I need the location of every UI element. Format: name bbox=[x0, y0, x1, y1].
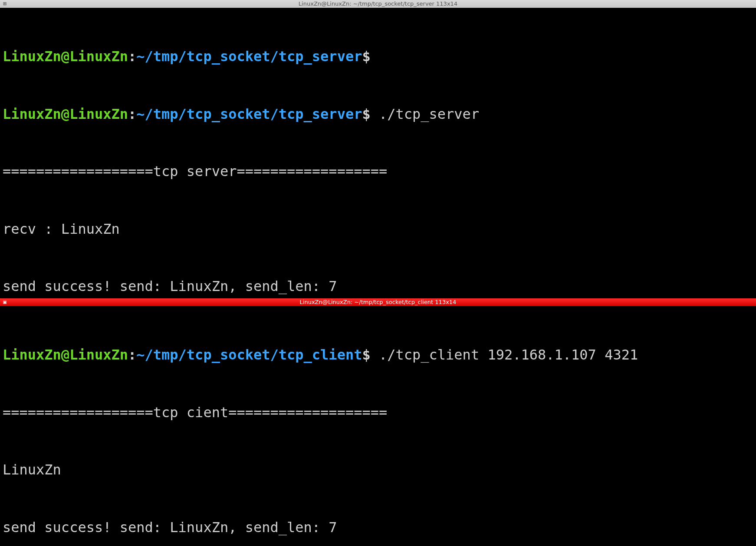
prompt-line-run-client: LinuxZn@LinuxZn:~/tmp/tcp_socket/tcp_cli… bbox=[3, 345, 753, 364]
titlebar-server[interactable]: ⊞ LinuxZn@LinuxZn: ~/tmp/tcp_socket/tcp_… bbox=[0, 0, 756, 8]
prompt-dollar: $ bbox=[362, 48, 370, 65]
window-menu-icon[interactable]: ⊞ bbox=[0, 0, 10, 8]
prompt-dollar: $ bbox=[362, 347, 370, 363]
prompt-colon: : bbox=[128, 106, 136, 122]
prompt-line-empty: LinuxZn@LinuxZn:~/tmp/tcp_socket/tcp_ser… bbox=[3, 47, 753, 66]
prompt-user: LinuxZn@LinuxZn bbox=[3, 347, 128, 363]
prompt-path: ~/tmp/tcp_socket/tcp_server bbox=[136, 48, 362, 65]
output-line: ==================tcp server============… bbox=[3, 162, 753, 181]
command-run-client: ./tcp_client 192.168.1.107 4321 bbox=[371, 347, 638, 363]
output-line: LinuxZn bbox=[3, 460, 753, 479]
output-line: send success! send: LinuxZn, send_len: 7 bbox=[3, 277, 753, 296]
titlebar-client[interactable]: ▣ LinuxZn@LinuxZn: ~/tmp/tcp_socket/tcp_… bbox=[0, 298, 756, 306]
output-line: send success! send: LinuxZn, send_len: 7 bbox=[3, 518, 753, 537]
prompt-dollar: $ bbox=[362, 106, 370, 122]
command-run-server: ./tcp_server bbox=[371, 106, 479, 122]
prompt-user: LinuxZn@LinuxZn bbox=[3, 48, 128, 65]
prompt-line-run: LinuxZn@LinuxZn:~/tmp/tcp_socket/tcp_ser… bbox=[3, 105, 753, 124]
titlebar-server-text: LinuxZn@LinuxZn: ~/tmp/tcp_socket/tcp_se… bbox=[0, 0, 756, 8]
prompt-user: LinuxZn@LinuxZn bbox=[3, 106, 128, 122]
prompt-colon: : bbox=[128, 347, 136, 363]
terminal-pane-server[interactable]: ⊞ LinuxZn@LinuxZn: ~/tmp/tcp_socket/tcp_… bbox=[0, 0, 756, 298]
titlebar-client-text: LinuxZn@LinuxZn: ~/tmp/tcp_socket/tcp_cl… bbox=[0, 298, 756, 306]
window-menu-icon[interactable]: ▣ bbox=[0, 298, 10, 306]
prompt-path: ~/tmp/tcp_socket/tcp_client bbox=[136, 347, 362, 363]
prompt-path: ~/tmp/tcp_socket/tcp_server bbox=[136, 106, 362, 122]
output-line: recv : LinuxZn bbox=[3, 219, 753, 239]
output-line: ==================tcp cient=============… bbox=[3, 403, 753, 422]
prompt-colon: : bbox=[128, 48, 136, 65]
terminal-body-client[interactable]: LinuxZn@LinuxZn:~/tmp/tcp_socket/tcp_cli… bbox=[0, 306, 756, 546]
terminal-pane-client[interactable]: ▣ LinuxZn@LinuxZn: ~/tmp/tcp_socket/tcp_… bbox=[0, 298, 756, 546]
